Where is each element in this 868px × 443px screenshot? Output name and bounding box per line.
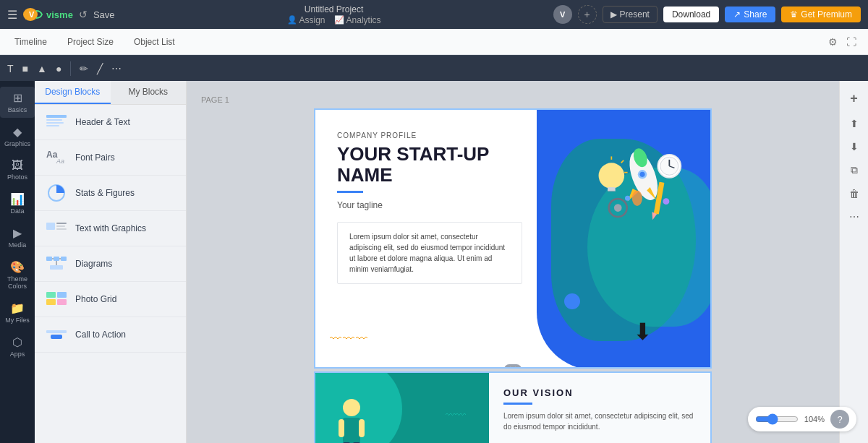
panel-item-font-pairs[interactable]: Aa Aa Font Pairs xyxy=(35,140,186,176)
photos-icon: 🖼 xyxy=(12,159,23,172)
project-title: Untitled Project xyxy=(305,4,363,14)
slide-scroll-handle[interactable] xyxy=(504,364,522,369)
svg-rect-5 xyxy=(46,125,59,126)
zoom-value: 104% xyxy=(804,415,825,423)
play-icon: ▶ xyxy=(610,9,617,20)
svg-point-47 xyxy=(625,196,630,201)
help-button[interactable]: ? xyxy=(830,410,849,429)
more-tools-icon[interactable]: ⋯ xyxy=(111,63,122,74)
more-options-icon[interactable]: ⋯ xyxy=(845,207,864,227)
svg-rect-14 xyxy=(54,257,59,261)
toolbar-separator xyxy=(70,61,71,76)
data-icon: 📊 xyxy=(10,192,25,206)
secondary-toolbar: Timeline Project Size Object List ⚙ ⛶ xyxy=(0,29,868,55)
text-tool-icon[interactable]: T xyxy=(7,63,14,74)
theme-label: Theme Colors xyxy=(3,275,32,290)
sidebar-item-my-files[interactable]: 📁 My Files xyxy=(0,297,35,328)
assign-button[interactable]: 👤 Assign xyxy=(287,15,326,25)
slide-1[interactable]: COMPANY PROFILE YOUR START-UP NAME Your … xyxy=(314,108,712,369)
svg-point-48 xyxy=(663,198,669,205)
panel-item-stats-figures[interactable]: Stats & Figures xyxy=(35,176,186,211)
pen-tool-icon[interactable]: ✏ xyxy=(80,63,88,74)
font-pairs-label: Font Pairs xyxy=(75,152,115,163)
zoom-slider[interactable] xyxy=(755,413,799,425)
svg-rect-13 xyxy=(46,257,52,261)
panel-item-call-to-action[interactable]: Call to Action xyxy=(35,317,186,353)
slide-2[interactable]: 〰〰 OUR VISION Lorem ipsum dolor sit amet… xyxy=(314,371,712,443)
slide-wave-decoration: 〰〰〰 xyxy=(330,332,369,345)
svg-text:V: V xyxy=(29,10,35,19)
sidebar-item-media[interactable]: ▶ Media xyxy=(0,222,35,253)
crown-icon: ♛ xyxy=(790,9,798,20)
topbar: ☰ V visme ↺ Save Untitled Project 👤 Assi… xyxy=(0,0,868,29)
text-graphics-icon xyxy=(45,218,68,238)
rectangle-tool-icon[interactable]: ■ xyxy=(22,63,28,74)
assign-label: Assign xyxy=(299,15,326,25)
sidebar-item-theme-colors[interactable]: 🎨 Theme Colors xyxy=(0,256,35,294)
my-files-icon: 📁 xyxy=(10,301,25,315)
delete-icon[interactable]: 🗑 xyxy=(845,184,864,204)
undo-icon[interactable]: ↺ xyxy=(79,9,88,20)
panel-item-diagrams[interactable]: Diagrams xyxy=(35,246,186,282)
project-size-tab[interactable]: Project Size xyxy=(64,29,116,54)
stats-figures-icon xyxy=(45,183,68,203)
triangle-tool-icon[interactable]: ▲ xyxy=(37,63,47,74)
sidebar-item-basics[interactable]: ⊞ Basics xyxy=(0,87,35,118)
svg-rect-20 xyxy=(46,292,56,298)
basics-icon: ⊞ xyxy=(13,91,22,105)
svg-point-32 xyxy=(632,191,642,206)
canvas-area[interactable]: PAGE 1 COMPANY PROFILE YOUR START-UP NAM… xyxy=(187,81,839,443)
object-list-tab[interactable]: Object List xyxy=(131,29,178,54)
present-button[interactable]: ▶ Present xyxy=(603,6,658,23)
design-blocks-tab[interactable]: Design Blocks xyxy=(35,81,111,104)
circle-tool-icon[interactable]: ● xyxy=(56,63,61,74)
settings-icon[interactable]: ⚙ xyxy=(828,36,838,48)
svg-rect-15 xyxy=(61,257,67,261)
share-button[interactable]: ↗ Share xyxy=(725,7,775,22)
photo-grid-label: Photo Grid xyxy=(75,294,116,304)
svg-text:Aa: Aa xyxy=(56,158,64,165)
text-graphics-label: Text with Graphics xyxy=(75,223,146,233)
menu-icon[interactable]: ☰ xyxy=(7,8,17,22)
premium-button[interactable]: ♛ Get Premium xyxy=(781,7,861,22)
panel-item-header-text[interactable]: Header & Text xyxy=(35,105,186,140)
sidebar-item-photos[interactable]: 🖼 Photos xyxy=(0,155,35,185)
timeline-tab[interactable]: Timeline xyxy=(12,29,50,54)
align-top-icon[interactable]: ⬆ xyxy=(846,113,863,134)
svg-rect-12 xyxy=(56,228,67,230)
person-illustration xyxy=(330,392,373,443)
panel-item-text-graphics[interactable]: Text with Graphics xyxy=(35,211,186,246)
graphics-label: Graphics xyxy=(4,140,30,147)
add-collaborator-button[interactable]: + xyxy=(578,5,597,24)
analytics-icon: 📈 xyxy=(334,15,344,25)
avatar: V xyxy=(553,5,572,24)
slide-illustration xyxy=(558,117,703,247)
save-button[interactable]: Save xyxy=(93,9,115,20)
sidebar-item-data[interactable]: 📊 Data xyxy=(0,188,35,219)
zoom-in-icon[interactable]: + xyxy=(846,87,862,111)
sidebar-item-graphics[interactable]: ◆ Graphics xyxy=(0,121,35,152)
my-blocks-tab[interactable]: My Blocks xyxy=(111,81,187,104)
slide-1-right: ⬇ xyxy=(537,110,710,367)
sidebar-item-apps[interactable]: ⬡ Apps xyxy=(0,331,35,362)
panel-item-photo-grid[interactable]: Photo Grid xyxy=(35,282,186,317)
svg-rect-24 xyxy=(46,330,67,333)
download-button[interactable]: Download xyxy=(663,7,719,22)
our-vision-text: Lorem ipsum dolor sit amet, consectetur … xyxy=(503,410,696,432)
topbar-center: Untitled Project 👤 Assign 📈 Analytics xyxy=(121,4,548,25)
svg-line-37 xyxy=(621,160,624,163)
fullscreen-icon[interactable]: ⛶ xyxy=(846,36,856,48)
my-files-label: My Files xyxy=(5,317,30,324)
align-center-icon[interactable]: ⬇ xyxy=(846,137,863,157)
slide-body-text: Lorem ipsum dolor sit amet, consectetur … xyxy=(337,222,522,284)
line-tool-icon[interactable]: ╱ xyxy=(97,63,103,74)
analytics-button[interactable]: 📈 Analytics xyxy=(334,15,381,25)
company-profile-label: COMPANY PROFILE xyxy=(337,132,522,139)
svg-rect-3 xyxy=(46,119,62,121)
svg-point-31 xyxy=(639,172,644,177)
startup-name: YOUR START-UP NAME xyxy=(337,144,522,185)
share-icon: ↗ xyxy=(733,9,741,20)
right-panel: + ⬆ ⬇ ⧉ 🗑 ⋯ xyxy=(839,81,868,443)
slide-2-right: OUR VISION Lorem ipsum dolor sit amet, c… xyxy=(489,373,710,443)
duplicate-icon[interactable]: ⧉ xyxy=(846,160,862,181)
